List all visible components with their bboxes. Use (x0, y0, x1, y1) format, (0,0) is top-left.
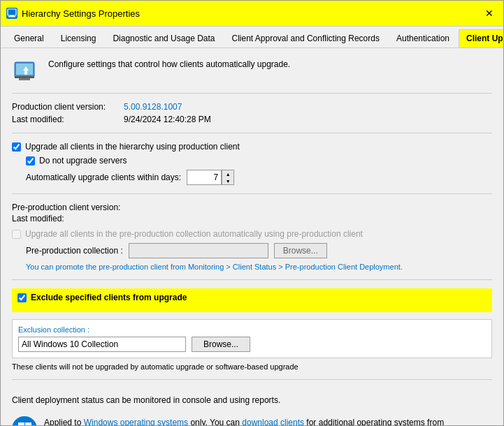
window-title: Hierarchy Settings Properties (22, 8, 140, 19)
version-label: Production client version: (12, 102, 124, 112)
footer-windows-icon (12, 416, 37, 425)
footer-info: Applied to Windows operating systems onl… (12, 411, 492, 425)
modified-label: Last modified: (12, 115, 124, 124)
windows-link[interactable]: Windows operating systems (84, 418, 188, 425)
exclusion-input-row: Browse... (18, 337, 486, 352)
download-link[interactable]: download clients (242, 418, 304, 425)
divider-2 (12, 193, 492, 194)
exclude-clients-checkbox[interactable] (17, 293, 27, 302)
pre-prod-browse-button[interactable]: Browse... (274, 243, 327, 258)
divider-4 (12, 379, 492, 380)
content-area: Configure settings that control how clie… (1, 48, 503, 425)
svg-rect-0 (8, 9, 16, 15)
exclusion-browse-button[interactable]: Browse... (192, 337, 250, 352)
tabs-bar: General Licensing Diagnostic and Usage D… (1, 27, 503, 48)
tab-client-approval[interactable]: Client Approval and Conflicting Records (224, 29, 387, 47)
exclusion-collection-input[interactable] (18, 337, 186, 352)
spinner-down-button[interactable]: ▼ (222, 177, 233, 184)
tab-general[interactable]: General (6, 29, 52, 47)
sub-options: Do not upgrade servers (26, 156, 492, 166)
only-text: only. You can (188, 418, 242, 425)
version-value: 5.00.9128.1007 (124, 102, 492, 112)
header-section: Configure settings that control how clie… (12, 57, 492, 94)
pre-prod-upgrade-checkbox[interactable] (12, 230, 21, 239)
main-window: Hierarchy Settings Properties ✕ General … (0, 0, 504, 426)
production-info: Production client version: 5.00.9128.100… (12, 102, 492, 124)
exclusion-section: Exclude specified clients from upgrade (12, 288, 492, 312)
pre-prod-version-label: Pre-production client version: (12, 203, 492, 212)
pre-prod-checkbox-row: Upgrade all clients in the pre-productio… (12, 229, 492, 239)
auto-upgrade-row: Automatically upgrade clients within day… (26, 170, 492, 185)
modified-value: 9/24/2024 12:40:28 PM (124, 115, 492, 124)
upgrade-checkbox-row: Upgrade all clients in the hierarchy usi… (12, 142, 492, 152)
spinner-up-button[interactable]: ▲ (222, 170, 233, 177)
svg-rect-5 (15, 76, 34, 78)
exclusion-detail-box: Exclusion collection : Browse... (12, 319, 492, 358)
exclude-header: Exclude specified clients from upgrade (17, 293, 487, 302)
spinner-buttons: ▲ ▼ (222, 170, 234, 185)
upgrade-all-label: Upgrade all clients in the hierarchy usi… (25, 142, 240, 152)
pre-prod-collection-label: Pre-production collection : (26, 246, 123, 256)
pre-prod-upgrade-row: Upgrade all clients in the pre-productio… (12, 229, 492, 239)
pre-prod-collection-input[interactable] (129, 243, 268, 258)
tab-client-upgrade[interactable]: Client Upgrade (459, 29, 504, 47)
svg-rect-9 (25, 423, 31, 425)
days-input[interactable] (187, 170, 222, 185)
svg-rect-2 (8, 16, 15, 17)
svg-rect-8 (18, 423, 24, 425)
footer-text: Applied to Windows operating systems onl… (44, 416, 444, 425)
divider-3 (12, 279, 492, 280)
client-upgrade-icon (12, 57, 40, 85)
upgrade-section: Upgrade all clients in the hierarchy usi… (12, 142, 492, 185)
applied-text: Applied to (44, 418, 84, 425)
no-upgrade-servers-label: Do not upgrade servers (39, 156, 127, 166)
exclusion-note: These clients will not be upgraded by au… (12, 362, 492, 371)
svg-rect-6 (19, 78, 30, 80)
pre-prod-modified-label: Last modified: (12, 214, 492, 223)
title-bar-left: Hierarchy Settings Properties (6, 8, 140, 19)
upgrade-all-checkbox[interactable] (12, 142, 21, 152)
header-description: Configure settings that control how clie… (48, 57, 290, 69)
pre-production-section: Pre-production client version: Last modi… (12, 203, 492, 271)
close-button[interactable]: ✕ (481, 5, 498, 22)
pre-prod-collection-row: Pre-production collection : Browse... (26, 243, 492, 258)
pre-prod-upgrade-label: Upgrade all clients in the pre-productio… (25, 229, 363, 239)
tab-authentication[interactable]: Authentication (389, 29, 457, 47)
exclusion-collection-label: Exclusion collection : (18, 325, 486, 334)
divider-1 (12, 133, 492, 133)
more-text: for additional operating systems from (304, 418, 444, 425)
no-upgrade-servers-row: Do not upgrade servers (26, 156, 492, 166)
tab-diagnostic[interactable]: Diagnostic and Usage Data (105, 29, 222, 47)
exclude-clients-label: Exclude specified clients from upgrade (31, 293, 187, 302)
footer-section: Client deployment status can be monitore… (12, 388, 492, 425)
auto-upgrade-label: Automatically upgrade clients within day… (26, 172, 181, 182)
pre-prod-info-link: You can promote the pre-production clien… (26, 263, 492, 271)
tab-licensing[interactable]: Licensing (53, 29, 104, 47)
title-bar: Hierarchy Settings Properties ✕ (1, 1, 503, 27)
no-upgrade-servers-checkbox[interactable] (26, 156, 35, 166)
footer-monitor-note: Client deployment status can be monitore… (12, 395, 492, 405)
window-icon (6, 8, 17, 19)
spinner-group: ▲ ▼ (187, 170, 234, 185)
